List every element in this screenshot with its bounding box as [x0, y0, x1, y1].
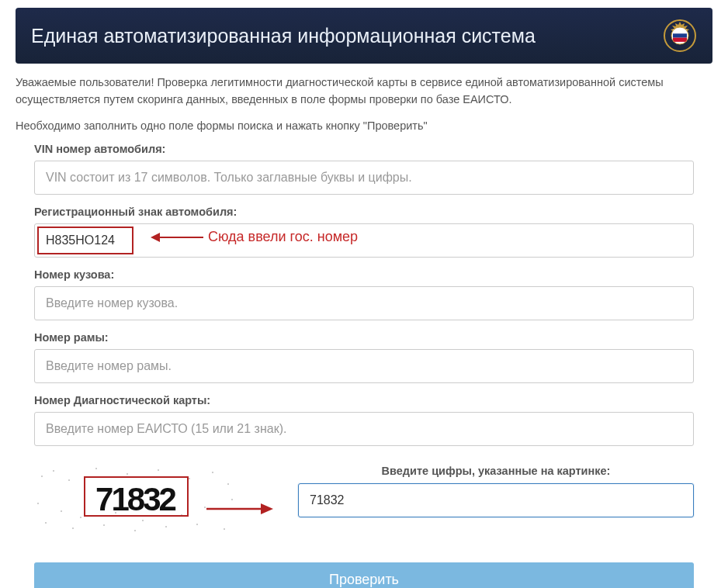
vin-group: VIN номер автомобиля:	[34, 143, 694, 195]
svg-point-14	[189, 478, 189, 479]
svg-point-27	[142, 520, 143, 521]
svg-point-24	[37, 503, 38, 503]
captcha-value: 71832	[95, 481, 175, 518]
svg-point-8	[41, 476, 42, 476]
regplate-input[interactable]	[34, 223, 694, 258]
regplate-annotation-text: Сюда ввели гос. номер	[208, 229, 358, 245]
svg-point-12	[127, 473, 127, 474]
svg-point-10	[68, 479, 69, 480]
header-bar: Единая автоматизированная информационная…	[16, 8, 712, 64]
svg-marker-7	[151, 233, 160, 242]
instruction-text: Необходимо заполнить одно поле формы пои…	[16, 119, 712, 132]
svg-marker-33	[261, 503, 273, 514]
captcha-arrow-icon	[203, 497, 273, 521]
svg-point-28	[181, 514, 182, 515]
regplate-label: Регистрационный знак автомобиля:	[34, 206, 694, 218]
svg-point-22	[196, 524, 197, 524]
svg-rect-4	[673, 38, 687, 42]
svg-rect-2	[673, 29, 687, 33]
svg-point-13	[158, 469, 158, 470]
svg-point-17	[45, 522, 46, 523]
regplate-annotation: Сюда ввели гос. номер	[151, 228, 358, 247]
svg-point-16	[227, 483, 228, 484]
svg-point-21	[165, 526, 166, 527]
svg-point-29	[61, 510, 61, 511]
svg-point-26	[80, 517, 81, 517]
body-group: Номер кузова:	[34, 268, 694, 320]
regplate-group: Регистрационный знак автомобиля: Сюда вв…	[34, 206, 694, 258]
intro-text: Уважаемые пользователи! Проверка легитим…	[16, 74, 712, 109]
frame-group: Номер рамы:	[34, 331, 694, 383]
gov-emblem-icon	[663, 19, 697, 53]
body-label: Номер кузова:	[34, 268, 694, 281]
diagcard-input[interactable]	[34, 412, 694, 446]
frame-input[interactable]	[34, 349, 694, 383]
svg-point-23	[224, 528, 224, 529]
svg-rect-3	[673, 33, 687, 37]
svg-point-9	[53, 470, 54, 471]
svg-point-15	[212, 472, 213, 472]
svg-point-19	[103, 524, 104, 525]
body-input[interactable]	[34, 286, 694, 320]
diagcard-group: Номер Диагностической карты:	[34, 394, 694, 446]
frame-label: Номер рамы:	[34, 331, 694, 344]
svg-point-11	[95, 468, 96, 469]
diagcard-label: Номер Диагностической карты:	[34, 394, 694, 406]
page-title: Единая автоматизированная информационная…	[31, 25, 536, 47]
svg-point-18	[72, 527, 73, 528]
vin-input[interactable]	[34, 161, 694, 195]
svg-point-20	[134, 530, 135, 531]
captcha-input-label: Введите цифры, указанные на картинке:	[298, 465, 694, 477]
submit-button[interactable]: Проверить	[34, 562, 694, 589]
captcha-input[interactable]	[298, 483, 694, 517]
vin-label: VIN номер автомобиля:	[34, 143, 694, 155]
